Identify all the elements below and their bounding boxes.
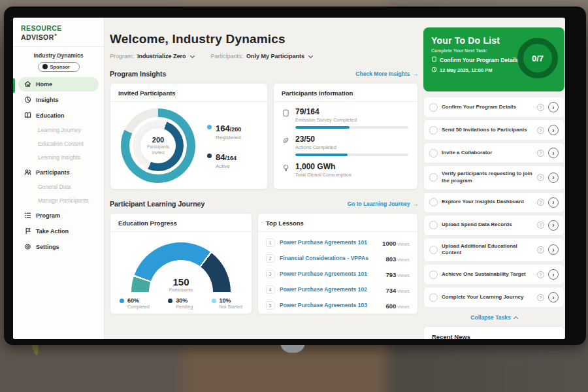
task-checkbox[interactable] (429, 103, 438, 112)
legend-value: 84 (216, 152, 225, 162)
info-item-actions: 23/50 Actions Completed (282, 135, 408, 156)
lesson-views: 734 (385, 287, 396, 294)
task-row-invite-collaborator[interactable]: Invite a Collaborator ? › (423, 142, 564, 163)
chevron-right-icon[interactable]: › (548, 125, 559, 135)
lesson-row: 3 Power Purchase Agreements 101 793views (266, 266, 410, 282)
clipboard-icon (282, 107, 290, 129)
help-icon[interactable]: ? (537, 150, 544, 157)
help-icon[interactable]: ? (537, 127, 544, 134)
lesson-rank: 2 (266, 254, 274, 263)
gauge-legend: 60% Completed 30% Pending (110, 292, 252, 309)
todo-counter: 0/7 (517, 38, 558, 78)
legend-label: Not Started (220, 304, 242, 309)
task-checkbox[interactable] (429, 126, 438, 135)
task-label: Achieve One Sustainability Target (442, 271, 533, 278)
task-row-upload-spend-data[interactable]: Upload Spend Data Records ? › (423, 215, 564, 236)
chevron-right-icon[interactable]: › (548, 102, 559, 112)
info-item-survey: 79/164 Emission Survey Completed (282, 107, 408, 129)
todo-hero-card: Your To Do List Complete Your Next Task:… (423, 27, 564, 91)
task-row-achieve-target[interactable]: Achieve One Sustainability Target ? › (423, 264, 564, 285)
legend-label: Registered (216, 135, 241, 140)
task-checkbox[interactable] (429, 246, 438, 254)
sidebar-item-education[interactable]: Education (18, 108, 99, 123)
top-lessons-card: Top Lessons 1 Power Purchase Agreements … (257, 213, 418, 314)
sidebar-item-label: Settings (36, 244, 59, 250)
task-row-send-invitations[interactable]: Send 50 Invitations to Participants ? › (423, 120, 564, 140)
sponsor-badge[interactable]: Sponsor (38, 62, 80, 72)
sidebar-item-settings[interactable]: Settings (18, 240, 99, 254)
logo-plus: + (54, 32, 57, 38)
task-checkbox[interactable] (429, 221, 438, 229)
lesson-link[interactable]: Power Purchase Agreements 101 (280, 239, 377, 246)
task-row-verify-participants[interactable]: Verify participants requesting to join t… (423, 165, 564, 190)
program-dropdown[interactable]: Program: Industrialize Zero (110, 53, 194, 59)
learning-journey-header: Participant Learning Journey Go to Learn… (110, 200, 418, 208)
sidebar-item-general-data[interactable]: General Data (18, 181, 99, 193)
help-icon[interactable]: ? (537, 199, 544, 206)
task-label: Send 50 Invitations to Participants (442, 127, 533, 134)
task-row-upload-educational-content[interactable]: Upload Additional Educational Content ? … (423, 238, 564, 263)
check-more-insights-link[interactable]: Check More Insights → (355, 71, 418, 77)
task-row-explore-insights[interactable]: Explore Your Insights Dashboard ? › (423, 192, 564, 213)
lesson-rank: 3 (266, 270, 274, 278)
donut-legend: 164/200 Registered 84/164 Active (207, 122, 241, 169)
legend-total: /200 (230, 126, 242, 133)
lesson-link[interactable]: Power Purchase Agreements 102 (280, 286, 380, 293)
sidebar-item-insights[interactable]: Insights (18, 93, 99, 107)
go-to-learning-journey-link[interactable]: Go to Learning Journey → (348, 201, 418, 207)
task-checkbox[interactable] (429, 173, 438, 182)
filter-bar: Program: Industrialize Zero Participants… (110, 53, 418, 59)
sidebar-item-learning-insights[interactable]: Learning Insights (18, 152, 99, 164)
info-label: Total Global Consumption (295, 172, 408, 178)
lesson-link[interactable]: Power Purchase Agreements 103 (280, 302, 380, 308)
lesson-row: 1 Power Purchase Agreements 101 1000view… (266, 235, 410, 250)
participants-dropdown[interactable]: Participants: Only My Participants (211, 53, 313, 59)
link-label: Go to Learning Journey (348, 201, 410, 207)
task-checkbox[interactable] (429, 270, 438, 279)
recent-news-title: Recent News (432, 333, 556, 339)
page-title: Welcome, Industry Dynamics (110, 32, 418, 46)
chevron-right-icon[interactable]: › (548, 220, 559, 231)
task-checkbox[interactable] (429, 198, 438, 206)
sidebar-item-manage-participants[interactable]: Manage Participants (18, 195, 99, 207)
sidebar-item-education-content[interactable]: Education Content (18, 138, 99, 150)
bulb-icon (282, 162, 290, 178)
lesson-rank: 4 (266, 286, 274, 294)
help-icon[interactable]: ? (537, 271, 544, 278)
invited-participants-card: Invited Participants 200 Participants In… (110, 83, 268, 189)
sidebar-item-program[interactable]: Program (18, 208, 99, 223)
section-title-learning-journey: Participant Learning Journey (110, 200, 204, 208)
task-checkbox[interactable] (429, 149, 438, 157)
views-label: views (397, 257, 410, 263)
participants-value: Only My Participants (246, 53, 304, 59)
monitor-frame: RESOURCE ADVISOR+ Industry Dynamics Spon… (4, 7, 586, 345)
task-checkbox[interactable] (429, 293, 438, 302)
help-icon[interactable]: ? (537, 294, 544, 301)
chevron-right-icon[interactable]: › (548, 172, 559, 183)
sidebar-item-take-action[interactable]: Take Action (18, 224, 99, 238)
sidebar-item-participants[interactable]: Participants (18, 165, 99, 180)
lesson-link[interactable]: Power Purchase Agreements 101 (280, 270, 380, 277)
sidebar-item-learning-journey[interactable]: Learning Journey (18, 124, 99, 137)
help-icon[interactable]: ? (537, 221, 544, 229)
help-icon[interactable]: ? (537, 174, 544, 181)
chevron-right-icon[interactable]: › (548, 244, 559, 255)
help-icon[interactable]: ? (537, 246, 544, 253)
help-icon[interactable]: ? (537, 104, 544, 111)
task-row-complete-learning-journey[interactable]: Complete Your Learning Journey ? › (423, 287, 564, 308)
card-title: Education Progress (110, 214, 252, 232)
program-value: Industrialize Zero (137, 53, 186, 59)
chevron-right-icon[interactable]: › (548, 197, 559, 208)
collapse-tasks-link[interactable]: Collapse Tasks (423, 314, 564, 321)
card-title: Participants Information (274, 84, 417, 102)
legend-total: /164 (225, 155, 237, 161)
lesson-link[interactable]: Financial Considerations - VPPAs (280, 255, 380, 261)
sidebar-item-home[interactable]: Home (18, 77, 99, 91)
chevron-right-icon[interactable]: › (548, 148, 559, 158)
lesson-views: 1000 (382, 240, 396, 247)
task-row-confirm-program[interactable]: Confirm Your Program Details ? › (423, 97, 564, 118)
chevron-right-icon[interactable]: › (548, 292, 559, 302)
chevron-right-icon[interactable]: › (548, 269, 559, 280)
views-label: views (397, 272, 410, 278)
legend-dot (207, 125, 212, 129)
